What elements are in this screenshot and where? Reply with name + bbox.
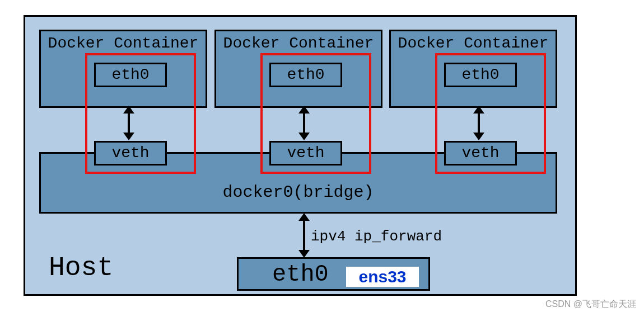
host-label: Host xyxy=(49,253,113,283)
container-eth0: eth0 xyxy=(94,63,167,87)
docker-container-2: Docker Container eth0 xyxy=(214,30,382,108)
arrow-double-icon xyxy=(478,112,480,134)
container-eth0: eth0 xyxy=(269,63,342,87)
arrow-double-icon xyxy=(128,112,130,134)
veth-interface: veth xyxy=(269,141,342,166)
container-title: Docker Container xyxy=(41,35,206,52)
arrow-double-icon xyxy=(303,112,305,134)
watermark: CSDN @飞哥亡命天涯 xyxy=(545,299,636,310)
container-eth0: eth0 xyxy=(444,63,517,87)
bridge-label: docker0(bridge) xyxy=(41,183,556,202)
veth-interface: veth xyxy=(444,141,517,166)
host-box: Docker Container eth0 Docker Container e… xyxy=(24,15,577,296)
container-title: Docker Container xyxy=(216,35,381,52)
docker-container-1: Docker Container eth0 xyxy=(39,30,207,108)
docker0-bridge: veth veth veth docker0(bridge) xyxy=(39,152,557,214)
host-eth0-label: eth0 xyxy=(272,261,329,288)
arrow-double-icon xyxy=(303,219,305,252)
container-title: Docker Container xyxy=(391,35,556,52)
ip-forward-label: ipv4 ip_forward xyxy=(311,228,442,245)
docker-container-3: Docker Container eth0 xyxy=(389,30,557,108)
veth-interface: veth xyxy=(94,141,167,166)
ens33-label: ens33 xyxy=(346,267,419,287)
host-eth0-box: eth0 ens33 xyxy=(237,257,430,291)
